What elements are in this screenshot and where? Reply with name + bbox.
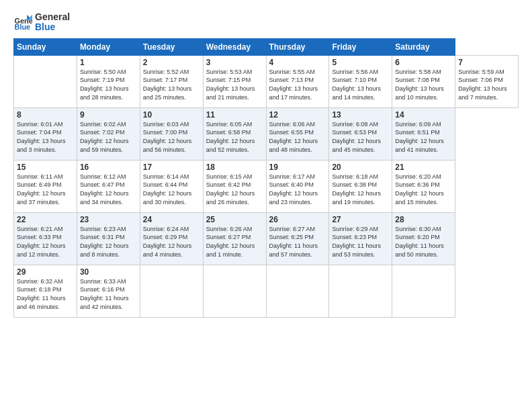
day-info: Sunrise: 6:29 AM Sunset: 6:23 PM Dayligh…	[332, 225, 389, 259]
day-info: Sunrise: 5:52 AM Sunset: 7:17 PM Dayligh…	[143, 68, 200, 101]
day-info: Sunrise: 5:53 AM Sunset: 7:15 PM Dayligh…	[206, 68, 263, 101]
day-info: Sunrise: 6:32 AM Sunset: 6:18 PM Dayligh…	[17, 277, 74, 311]
day-number: 20	[332, 163, 389, 172]
day-info: Sunrise: 6:26 AM Sunset: 6:27 PM Dayligh…	[206, 225, 263, 259]
day-info: Sunrise: 6:02 AM Sunset: 7:02 PM Dayligh…	[80, 120, 137, 154]
calendar-cell: 22Sunrise: 6:21 AM Sunset: 6:33 PM Dayli…	[14, 212, 77, 265]
logo-icon: General Blue	[13, 13, 32, 32]
day-number: 27	[332, 215, 389, 224]
day-number: 17	[143, 163, 200, 172]
calendar-cell: 8Sunrise: 6:01 AM Sunset: 7:04 PM Daylig…	[14, 107, 77, 160]
calendar-cell: 14Sunrise: 6:09 AM Sunset: 6:51 PM Dayli…	[392, 107, 455, 160]
calendar-cell: 23Sunrise: 6:23 AM Sunset: 6:31 PM Dayli…	[77, 212, 140, 265]
day-number: 13	[332, 110, 389, 120]
day-info: Sunrise: 6:11 AM Sunset: 6:49 PM Dayligh…	[17, 173, 74, 206]
day-number: 23	[80, 215, 137, 224]
day-info: Sunrise: 6:30 AM Sunset: 6:20 PM Dayligh…	[395, 225, 452, 259]
day-number: 30	[80, 267, 137, 277]
day-info: Sunrise: 6:20 AM Sunset: 6:36 PM Dayligh…	[395, 173, 452, 206]
day-number: 19	[269, 163, 326, 172]
calendar-cell: 16Sunrise: 6:12 AM Sunset: 6:47 PM Dayli…	[77, 160, 140, 212]
day-number: 7	[458, 58, 515, 67]
header: General Blue General Blue	[13, 12, 519, 33]
day-number: 10	[143, 110, 200, 120]
day-number: 16	[80, 163, 137, 172]
calendar-cell: 26Sunrise: 6:27 AM Sunset: 6:25 PM Dayli…	[266, 212, 329, 265]
calendar-cell: 7Sunrise: 5:59 AM Sunset: 7:06 PM Daylig…	[455, 55, 519, 107]
day-number: 22	[17, 215, 74, 224]
calendar-day-header: Tuesday	[140, 38, 203, 55]
day-info: Sunrise: 6:27 AM Sunset: 6:25 PM Dayligh…	[269, 225, 326, 259]
day-info: Sunrise: 5:59 AM Sunset: 7:06 PM Dayligh…	[458, 68, 515, 101]
calendar-week-row: 1Sunrise: 5:50 AM Sunset: 7:19 PM Daylig…	[14, 55, 519, 107]
day-info: Sunrise: 6:03 AM Sunset: 7:00 PM Dayligh…	[143, 120, 200, 154]
day-number: 28	[395, 215, 452, 224]
calendar-cell: 4Sunrise: 5:55 AM Sunset: 7:13 PM Daylig…	[266, 55, 329, 107]
calendar-cell: 17Sunrise: 6:14 AM Sunset: 6:44 PM Dayli…	[140, 160, 203, 212]
day-info: Sunrise: 5:58 AM Sunset: 7:08 PM Dayligh…	[395, 68, 452, 101]
calendar-day-header: Thursday	[266, 38, 329, 55]
day-info: Sunrise: 6:15 AM Sunset: 6:42 PM Dayligh…	[206, 173, 263, 206]
calendar-cell: 21Sunrise: 6:20 AM Sunset: 6:36 PM Dayli…	[392, 160, 455, 212]
calendar-cell: 19Sunrise: 6:17 AM Sunset: 6:40 PM Dayli…	[266, 160, 329, 212]
calendar-table: SundayMondayTuesdayWednesdayThursdayFrid…	[13, 38, 519, 318]
calendar-cell: 13Sunrise: 6:08 AM Sunset: 6:53 PM Dayli…	[329, 107, 392, 160]
day-info: Sunrise: 6:01 AM Sunset: 7:04 PM Dayligh…	[17, 120, 74, 154]
calendar-cell: 2Sunrise: 5:52 AM Sunset: 7:17 PM Daylig…	[140, 55, 203, 107]
svg-text:Blue: Blue	[15, 23, 31, 31]
logo-blue: Blue	[35, 22, 70, 32]
day-number: 21	[395, 163, 452, 172]
calendar-cell: 28Sunrise: 6:30 AM Sunset: 6:20 PM Dayli…	[392, 212, 455, 265]
calendar-day-header: Sunday	[14, 38, 77, 55]
day-number: 3	[206, 58, 263, 67]
day-info: Sunrise: 6:21 AM Sunset: 6:33 PM Dayligh…	[17, 225, 74, 259]
day-number: 5	[332, 58, 389, 67]
day-info: Sunrise: 5:55 AM Sunset: 7:13 PM Dayligh…	[269, 68, 326, 101]
day-number: 24	[143, 215, 200, 224]
day-info: Sunrise: 6:08 AM Sunset: 6:53 PM Dayligh…	[332, 120, 389, 154]
calendar-day-header: Saturday	[392, 38, 455, 55]
logo-general: General	[35, 12, 70, 22]
calendar-week-row: 15Sunrise: 6:11 AM Sunset: 6:49 PM Dayli…	[14, 160, 519, 212]
calendar-week-row: 22Sunrise: 6:21 AM Sunset: 6:33 PM Dayli…	[14, 212, 519, 265]
day-info: Sunrise: 5:50 AM Sunset: 7:19 PM Dayligh…	[80, 68, 137, 101]
day-info: Sunrise: 6:17 AM Sunset: 6:40 PM Dayligh…	[269, 173, 326, 206]
calendar-cell: 10Sunrise: 6:03 AM Sunset: 7:00 PM Dayli…	[140, 107, 203, 160]
calendar-cell: 6Sunrise: 5:58 AM Sunset: 7:08 PM Daylig…	[392, 55, 455, 107]
day-number: 18	[206, 163, 263, 172]
calendar-cell: 27Sunrise: 6:29 AM Sunset: 6:23 PM Dayli…	[329, 212, 392, 265]
day-info: Sunrise: 6:18 AM Sunset: 6:38 PM Dayligh…	[332, 173, 389, 206]
calendar-cell	[329, 265, 392, 317]
day-number: 12	[269, 110, 326, 120]
calendar-cell: 3Sunrise: 5:53 AM Sunset: 7:15 PM Daylig…	[203, 55, 266, 107]
calendar-header-row: SundayMondayTuesdayWednesdayThursdayFrid…	[14, 38, 519, 55]
day-number: 8	[17, 110, 74, 120]
day-number: 14	[395, 110, 452, 120]
calendar-cell: 25Sunrise: 6:26 AM Sunset: 6:27 PM Dayli…	[203, 212, 266, 265]
calendar-cell	[203, 265, 266, 317]
calendar-cell	[140, 265, 203, 317]
day-info: Sunrise: 5:56 AM Sunset: 7:10 PM Dayligh…	[332, 68, 389, 101]
day-info: Sunrise: 6:06 AM Sunset: 6:55 PM Dayligh…	[269, 120, 326, 154]
calendar-cell: 9Sunrise: 6:02 AM Sunset: 7:02 PM Daylig…	[77, 107, 140, 160]
calendar-day-header: Friday	[329, 38, 392, 55]
calendar-week-row: 29Sunrise: 6:32 AM Sunset: 6:18 PM Dayli…	[14, 265, 519, 317]
calendar-cell: 18Sunrise: 6:15 AM Sunset: 6:42 PM Dayli…	[203, 160, 266, 212]
calendar-cell: 29Sunrise: 6:32 AM Sunset: 6:18 PM Dayli…	[14, 265, 77, 317]
calendar-cell: 15Sunrise: 6:11 AM Sunset: 6:49 PM Dayli…	[14, 160, 77, 212]
day-number: 6	[395, 58, 452, 67]
calendar-cell: 20Sunrise: 6:18 AM Sunset: 6:38 PM Dayli…	[329, 160, 392, 212]
day-info: Sunrise: 6:24 AM Sunset: 6:29 PM Dayligh…	[143, 225, 200, 259]
calendar-cell: 24Sunrise: 6:24 AM Sunset: 6:29 PM Dayli…	[140, 212, 203, 265]
calendar-cell	[392, 265, 455, 317]
day-number: 25	[206, 215, 263, 224]
calendar-cell: 1Sunrise: 5:50 AM Sunset: 7:19 PM Daylig…	[77, 55, 140, 107]
calendar-cell	[266, 265, 329, 317]
calendar-day-header: Monday	[77, 38, 140, 55]
day-number: 15	[17, 163, 74, 172]
day-info: Sunrise: 6:14 AM Sunset: 6:44 PM Dayligh…	[143, 173, 200, 206]
day-info: Sunrise: 6:23 AM Sunset: 6:31 PM Dayligh…	[80, 225, 137, 259]
calendar-week-row: 8Sunrise: 6:01 AM Sunset: 7:04 PM Daylig…	[14, 107, 519, 160]
day-info: Sunrise: 6:05 AM Sunset: 6:58 PM Dayligh…	[206, 120, 263, 154]
day-info: Sunrise: 6:33 AM Sunset: 6:16 PM Dayligh…	[80, 277, 137, 311]
